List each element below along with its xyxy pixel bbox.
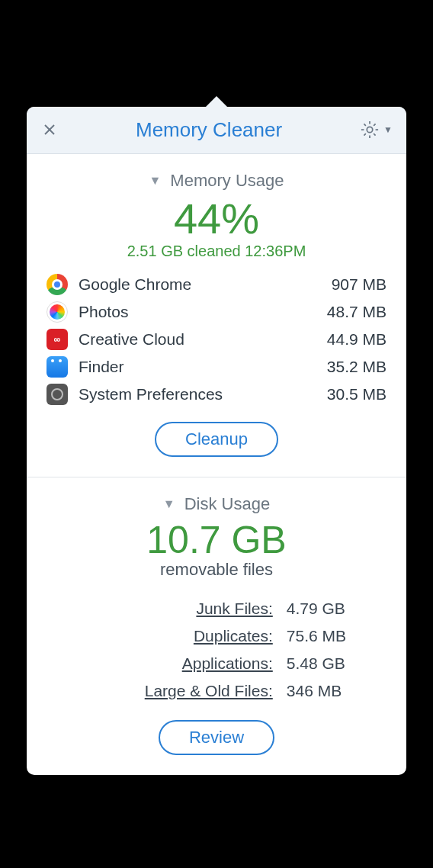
app-size: 30.5 MB [327, 385, 386, 403]
app-title: Memory Cleaner [136, 118, 282, 142]
disk-category-value: 75.6 MB [287, 627, 346, 645]
disk-subtitle: removable files [47, 560, 386, 580]
app-size: 44.9 MB [327, 330, 386, 349]
app-row[interactable]: Photos 48.7 MB [47, 301, 386, 323]
disk-category-link[interactable]: Applications: [87, 654, 273, 673]
app-size: 35.2 MB [327, 358, 386, 376]
app-name: Photos [79, 303, 316, 321]
photos-icon [47, 301, 68, 323]
chevron-down-icon: ▼ [383, 124, 393, 135]
disk-section-header[interactable]: ▼ Disk Usage [47, 494, 386, 514]
disk-category-link[interactable]: Large & Old Files: [87, 682, 273, 700]
popover-arrow [204, 96, 229, 108]
memory-section: ▼ Memory Usage 44% 2.51 GB cleaned 12:36… [27, 154, 406, 477]
close-icon [43, 124, 56, 136]
app-name: System Preferences [79, 385, 316, 403]
app-row[interactable]: Finder 35.2 MB [47, 356, 386, 378]
app-size: 907 MB [332, 275, 386, 294]
main-panel: Memory Cleaner ▼ ▼ Memory Usage 44% 2.51… [27, 107, 406, 775]
disk-rows: Junk Files: 4.79 GB Duplicates: 75.6 MB … [87, 600, 346, 700]
disk-category-value: 346 MB [287, 682, 346, 700]
app-list: Google Chrome 907 MB Photos 48.7 MB ∞ Cr… [47, 274, 386, 405]
settings-button[interactable]: ▼ [359, 119, 393, 140]
system-preferences-icon [47, 384, 68, 405]
svg-point-2 [367, 127, 372, 133]
cleanup-button[interactable]: Cleanup [155, 422, 278, 457]
header-bar: Memory Cleaner ▼ [27, 107, 406, 154]
disk-category-value: 4.79 GB [287, 600, 346, 618]
disk-removable-size: 10.7 GB [47, 520, 386, 561]
collapse-icon: ▼ [149, 174, 162, 188]
review-button[interactable]: Review [159, 720, 274, 755]
memory-section-title: Memory Usage [170, 171, 284, 191]
app-row[interactable]: ∞ Creative Cloud 44.9 MB [47, 329, 386, 350]
app-row[interactable]: System Preferences 30.5 MB [47, 384, 386, 405]
disk-category-link[interactable]: Duplicates: [87, 627, 273, 645]
disk-section: ▼ Disk Usage 10.7 GB removable files Jun… [27, 477, 406, 776]
app-row[interactable]: Google Chrome 907 MB [47, 274, 386, 295]
app-size: 48.7 MB [327, 303, 386, 321]
memory-section-header[interactable]: ▼ Memory Usage [47, 171, 386, 191]
app-name: Finder [79, 358, 316, 376]
finder-icon [47, 356, 68, 378]
memory-percent: 44% [47, 195, 386, 243]
chrome-icon [47, 274, 68, 295]
creative-cloud-icon: ∞ [47, 329, 68, 350]
app-name: Google Chrome [79, 275, 321, 294]
disk-section-title: Disk Usage [184, 494, 270, 514]
collapse-icon: ▼ [163, 497, 175, 511]
memory-cleaned-line: 2.51 GB cleaned 12:36PM [47, 243, 386, 260]
disk-category-value: 5.48 GB [287, 654, 346, 673]
gear-icon [359, 119, 380, 140]
disk-category-link[interactable]: Junk Files: [87, 600, 273, 618]
close-button[interactable] [40, 121, 59, 139]
app-name: Creative Cloud [79, 330, 316, 349]
